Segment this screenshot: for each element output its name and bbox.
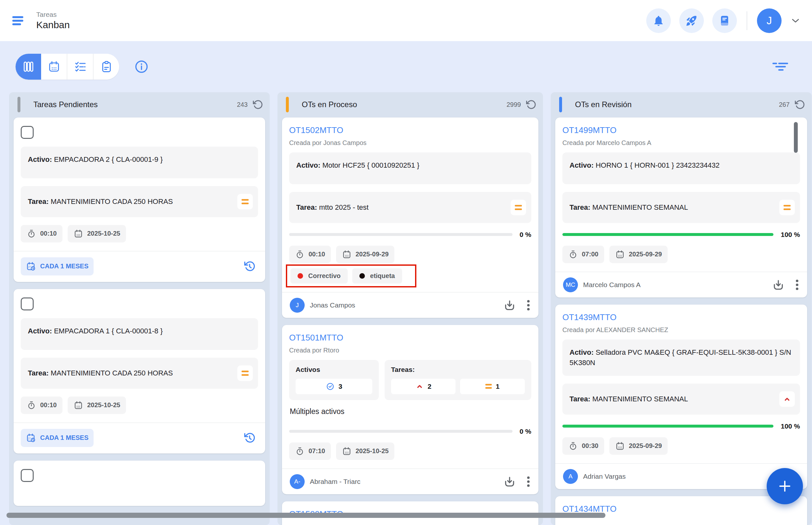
date-value: 2025-10-25	[87, 401, 120, 409]
kanban-view-icon	[22, 60, 35, 73]
footer-icons	[503, 475, 531, 489]
add-button[interactable]	[767, 468, 803, 504]
duration-value: 00:30	[582, 442, 598, 450]
recurrence-badge: CADA 1 MESES	[21, 257, 93, 275]
refresh-icon[interactable]	[526, 99, 536, 110]
priority-medium-icon	[237, 194, 253, 209]
column-title: Tareas Pendientes	[33, 100, 98, 109]
date-value: 2025-09-29	[629, 251, 662, 258]
download-icon[interactable]	[503, 475, 516, 489]
tab-kanban-view[interactable]	[16, 54, 41, 80]
activos-label: Activos	[296, 366, 372, 374]
column-accent-bar	[17, 97, 20, 112]
date-chip: 2025-09-29	[609, 246, 668, 263]
ot-link[interactable]: OT1499MTTO	[562, 125, 800, 135]
footer-icons	[503, 298, 531, 312]
calendar-icon	[342, 250, 352, 259]
column-body: OT1499MTTO Creada por Marcelo Campos A A…	[551, 117, 812, 525]
progress-label: 0 %	[520, 231, 531, 239]
progress-track	[562, 425, 773, 427]
kebab-menu-icon[interactable]	[795, 278, 799, 291]
assignee-avatar: A	[563, 469, 578, 484]
user-avatar[interactable]: J	[757, 9, 782, 33]
history-icon[interactable]	[243, 432, 256, 445]
chip-row: 07:00 2025-09-29	[562, 246, 800, 263]
ot-card[interactable]: OT1502MTTO Creada por Jonas Campos Activ…	[282, 118, 538, 318]
progress-row: 0 %	[289, 427, 531, 435]
filter-icon[interactable]	[772, 61, 789, 72]
tag-etiqueta: etiqueta	[352, 268, 402, 284]
download-icon[interactable]	[771, 278, 785, 291]
card-footer: CADA 1 MESES	[14, 251, 265, 282]
kebab-menu-icon[interactable]	[526, 298, 531, 312]
hamburger-menu-icon[interactable]	[12, 15, 26, 27]
task-checkbox[interactable]	[21, 469, 34, 482]
tarea-value: mtto 2025 - test	[319, 203, 369, 211]
tab-checklist-view[interactable]	[67, 54, 93, 80]
tab-clipboard-view[interactable]	[93, 54, 119, 80]
calendar-icon	[615, 250, 625, 259]
activo-label: Activo:	[570, 348, 594, 356]
chevron-down-icon[interactable]	[791, 17, 800, 24]
ot-card[interactable]: OT1439MTTO Creada por ALEXANDER SANCHEZ …	[555, 304, 807, 489]
ot-link[interactable]: OT1501MTTO	[289, 333, 531, 343]
launcher-button[interactable]	[679, 9, 704, 33]
ot-link[interactable]: OT1502MTTO	[289, 125, 531, 135]
tarea-field: Tarea: mtto 2025 - test	[289, 192, 531, 223]
breadcrumb: Tareas	[36, 11, 70, 18]
duration-value: 00:10	[40, 230, 57, 237]
notifications-button[interactable]	[646, 9, 671, 33]
refresh-icon[interactable]	[794, 99, 805, 110]
task-card[interactable]: Activo: EMPACADORA 2 { CLA-00001-9 } Tar…	[14, 118, 265, 282]
task-checkbox[interactable]	[21, 298, 34, 311]
creator-label: Creada por Jonas Campos	[289, 139, 531, 147]
ot-link[interactable]: OT1439MTTO	[562, 312, 800, 322]
tarea-field: Tarea: MANTENIMIENTO SEMANAL	[562, 192, 800, 223]
activo-value: HORNO 1 { HORN-001 } 23423234432	[596, 161, 720, 169]
column-header: Tareas Pendientes 243	[9, 92, 270, 117]
tab-calendar-view[interactable]	[41, 54, 67, 80]
download-icon[interactable]	[503, 298, 516, 312]
docs-button[interactable]	[712, 9, 737, 33]
priority-high-icon	[779, 391, 795, 407]
multiple-assets-label: Múltiples activos	[290, 407, 531, 416]
progress-label: 100 %	[781, 422, 800, 430]
duration-value: 07:00	[582, 251, 598, 258]
calendar-icon	[342, 446, 352, 456]
vertical-scrollbar[interactable]	[794, 122, 798, 153]
task-card[interactable]: Activo: EMPACADORA 1 { CLA-00001-8 } Tar…	[14, 289, 265, 453]
progress-label: 100 %	[781, 231, 800, 239]
date-chip: 2025-09-29	[336, 246, 394, 263]
ot-card[interactable]: OT1501MTTO Creada por Rtoro Activos 3	[282, 325, 538, 494]
kanban-board: Tareas Pendientes 243 Activo: EMPACADORA…	[0, 92, 812, 525]
task-card[interactable]	[14, 461, 265, 506]
activo-label: Activo:	[28, 155, 52, 163]
progress-row: 0 %	[289, 231, 531, 239]
task-checkbox[interactable]	[21, 126, 34, 139]
tareas-high-count: 2	[428, 382, 431, 390]
info-icon[interactable]	[134, 59, 149, 74]
duration-chip: 07:00	[562, 246, 604, 263]
ot-card[interactable]: OT1434MTTO	[555, 496, 807, 525]
equals-orange-icon	[485, 384, 492, 389]
book-icon	[719, 15, 731, 27]
tarea-value: MANTENIMIENTO CADA 250 HORAS	[51, 197, 173, 206]
column-count: 243	[237, 101, 248, 108]
priority-medium-icon	[511, 200, 526, 215]
column-body: Activo: EMPACADORA 2 { CLA-00001-9 } Tar…	[9, 117, 270, 510]
duration-value: 00:10	[309, 251, 325, 258]
tag-color-dot	[297, 273, 303, 279]
horizontal-scrollbar[interactable]	[6, 513, 605, 518]
activos-count-pill: 3	[296, 379, 372, 394]
column-header: OTs en Proceso 2999	[278, 92, 543, 117]
stopwatch-icon	[27, 229, 36, 239]
activo-value: Selladora PVC MA&EQ { GRAF-EQUI-SELL-5K3…	[570, 348, 791, 367]
kebab-menu-icon[interactable]	[526, 475, 531, 489]
refresh-icon[interactable]	[252, 99, 263, 110]
column-count: 267	[779, 101, 789, 108]
ot-card[interactable]: OT1499MTTO Creada por Marcelo Campos A A…	[555, 118, 807, 298]
chip-row: 00:30 2025-09-29	[562, 437, 800, 455]
column-body: OT1502MTTO Creada por Jonas Campos Activ…	[278, 117, 543, 525]
history-icon[interactable]	[243, 260, 256, 273]
tareas-medium-count: 1	[496, 382, 500, 390]
